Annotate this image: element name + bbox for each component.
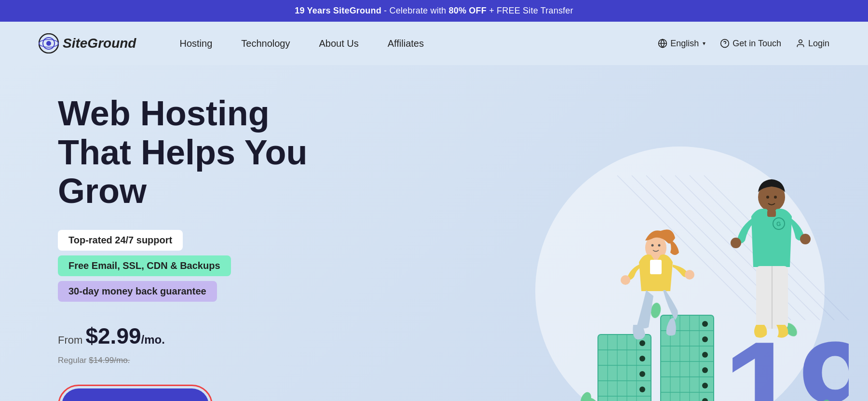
svg-point-56: [651, 244, 654, 246]
svg-point-39: [702, 383, 708, 388]
svg-point-20: [639, 340, 645, 346]
logo-link[interactable]: SiteGround: [39, 33, 136, 53]
svg-point-55: [685, 270, 694, 280]
price-value: $2.99: [85, 323, 141, 348]
svg-point-21: [639, 356, 645, 361]
hero-content: Web Hosting That Helps You Grow Top-rate…: [58, 94, 386, 401]
svg-point-64: [800, 234, 811, 244]
translate-icon: [658, 39, 667, 48]
svg-point-37: [702, 352, 708, 358]
hero-section: Web Hosting That Helps You Grow Top-rate…: [0, 65, 868, 401]
svg-point-63: [731, 238, 741, 248]
svg-point-2: [46, 41, 51, 46]
svg-point-57: [658, 244, 661, 246]
svg-point-65: [766, 196, 769, 199]
svg-point-6: [799, 40, 802, 43]
start-now-button[interactable]: START NOW: [62, 388, 209, 401]
banner-suffix: + FREE Site Transfer: [489, 6, 573, 15]
help-icon: [720, 39, 730, 48]
svg-text:G: G: [776, 221, 781, 227]
regular-label: Regular: [58, 356, 87, 365]
banner-bold-text: 19 Years SiteGround: [295, 6, 381, 15]
nav-item-about-us[interactable]: About Us: [304, 38, 373, 49]
regular-price-value: $14.99/mo.: [89, 356, 130, 365]
language-selector[interactable]: English ▾: [658, 39, 705, 49]
get-in-touch-link[interactable]: Get in Touch: [720, 39, 781, 49]
badge-support: Top-rated 24/7 support: [58, 230, 183, 251]
logo-text: SiteGround: [63, 36, 136, 51]
svg-point-23: [639, 387, 645, 392]
price-from-label: From: [58, 334, 82, 346]
nav-right: English ▾ Get in Touch Login: [658, 39, 829, 49]
hero-svg-illustration: 19: [415, 137, 849, 401]
svg-point-35: [702, 321, 708, 327]
svg-point-36: [702, 336, 708, 342]
badge-features: Free Email, SSL, CDN & Backups: [58, 255, 231, 276]
main-navbar: SiteGround Hosting Technology About Us A…: [0, 22, 868, 65]
logo-icon: [39, 33, 59, 53]
user-icon: [796, 39, 805, 48]
svg-point-54: [621, 275, 630, 285]
banner-separator: - Celebrate with: [384, 6, 448, 15]
start-btn-wrapper: START NOW: [58, 385, 213, 401]
server-stack-left: [598, 334, 651, 401]
svg-point-38: [702, 367, 708, 373]
hero-title: Web Hosting That Helps You Grow: [58, 94, 386, 211]
hero-price: From $2.99/mo.: [58, 323, 386, 349]
login-label: Login: [808, 39, 829, 49]
nav-item-affiliates[interactable]: Affiliates: [373, 38, 438, 49]
language-label: English: [670, 39, 699, 49]
hero-illustration: 19: [415, 65, 849, 401]
price-period: /mo.: [141, 333, 165, 346]
hero-title-line2: That Helps You Grow: [58, 133, 307, 211]
svg-point-22: [639, 371, 645, 377]
get-in-touch-label: Get in Touch: [732, 39, 781, 49]
nav-item-hosting[interactable]: Hosting: [165, 38, 227, 49]
hero-title-line1: Web Hosting: [58, 94, 270, 133]
promo-banner: 19 Years SiteGround - Celebrate with 80%…: [0, 0, 868, 22]
login-link[interactable]: Login: [796, 39, 829, 49]
hero-badges: Top-rated 24/7 support Free Email, SSL, …: [58, 230, 386, 302]
regular-price: Regular $14.99/mo.: [58, 356, 386, 365]
nav-links: Hosting Technology About Us Affiliates: [165, 38, 658, 49]
svg-rect-53: [650, 260, 662, 274]
chevron-down-icon: ▾: [703, 40, 705, 47]
svg-point-66: [774, 196, 777, 199]
nav-item-technology[interactable]: Technology: [227, 38, 304, 49]
svg-rect-67: [767, 210, 776, 217]
banner-discount: 80% OFF: [449, 6, 487, 15]
badge-guarantee: 30-day money back guarantee: [58, 281, 217, 302]
